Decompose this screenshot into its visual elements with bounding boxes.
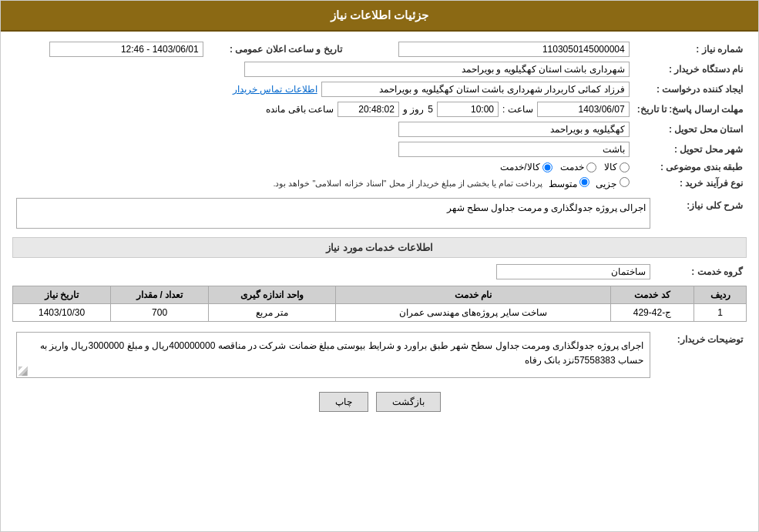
category-kala-radio[interactable] bbox=[620, 162, 630, 172]
need-desc-table: شرح کلی نیاز: اجرالی پروژه جدولگذاری و م… bbox=[12, 196, 747, 231]
cell-service-code: ج-42-429 bbox=[610, 304, 694, 322]
category-khadamat-label[interactable]: خدمت bbox=[560, 162, 596, 172]
city-input[interactable] bbox=[398, 142, 630, 157]
basic-info-table: شماره نیاز : تاریخ و ساعت اعلان عمومی : … bbox=[12, 39, 747, 192]
process-jozvi-text: جزیی bbox=[596, 179, 616, 189]
date-input[interactable] bbox=[49, 42, 203, 57]
province-input[interactable] bbox=[398, 122, 630, 137]
province-label: استان محل تحویل : bbox=[633, 119, 747, 139]
contact-info-link[interactable]: اطلاعات تماس خریدار bbox=[233, 84, 317, 95]
buyer-notes-cell: اجرای پروژه جدولگذاری ومرمت جداول سطح شه… bbox=[12, 330, 654, 380]
back-button[interactable]: بازگشت bbox=[376, 392, 441, 412]
category-group: کالا خدمت کالا/خدمت bbox=[12, 159, 633, 175]
creator-input[interactable] bbox=[321, 82, 630, 97]
category-kala-khadamat-radio[interactable] bbox=[542, 162, 552, 172]
process-motovaset-text: متوسط bbox=[549, 179, 577, 189]
city-value bbox=[12, 139, 633, 159]
province-value bbox=[12, 119, 633, 139]
creator-label: ایجاد کننده درخواست : bbox=[633, 79, 747, 99]
date-label: تاریخ و ساعت اعلان عمومی : bbox=[207, 39, 346, 59]
city-label: شهر محل تحویل : bbox=[633, 139, 747, 159]
need-desc-value: اجرالی پروژه جدولگذاری و مرمت جداول سطح … bbox=[447, 202, 646, 213]
action-buttons: بازگشت چاپ bbox=[12, 392, 747, 412]
cell-quantity: 700 bbox=[111, 304, 209, 322]
col-date: تاریخ نیاز bbox=[13, 286, 111, 304]
process-motovaset-label[interactable]: متوسط bbox=[549, 177, 589, 189]
deadline-remaining-label: ساعت باقی مانده bbox=[266, 104, 334, 115]
deadline-day-label: روز و bbox=[403, 104, 424, 115]
resize-handle[interactable]: ◢ bbox=[18, 366, 28, 376]
need-desc-box: اجرالی پروژه جدولگذاری و مرمت جداول سطح … bbox=[16, 198, 650, 229]
service-group-label: گروه خدمت : bbox=[654, 262, 747, 282]
buyer-notes-label: توضیحات خریدار: bbox=[654, 330, 747, 380]
buyer-notes-box: اجرای پروژه جدولگذاری ومرمت جداول سطح شه… bbox=[16, 332, 650, 378]
page-wrapper: جزئیات اطلاعات نیاز شماره نیاز : تاریخ و… bbox=[0, 0, 759, 532]
category-kala-khadamat-label[interactable]: کالا/خدمت bbox=[500, 162, 552, 172]
deadline-time-input[interactable] bbox=[437, 102, 499, 117]
category-kala-text: کالا bbox=[604, 162, 617, 172]
deadline-label: مهلت ارسال پاسخ: تا تاریخ: bbox=[633, 99, 747, 119]
cell-service-name: ساخت سایر پروژه‌های مهندسی عمران bbox=[335, 304, 610, 322]
deadline-time-label: ساعت : bbox=[502, 104, 533, 115]
process-jozvi-radio[interactable] bbox=[620, 177, 630, 187]
need-desc-cell: اجرالی پروژه جدولگذاری و مرمت جداول سطح … bbox=[12, 196, 654, 231]
deadline-date-input[interactable] bbox=[537, 102, 630, 117]
page-header: جزئیات اطلاعات نیاز bbox=[1, 1, 758, 32]
buyer-notes-value: اجرای پروژه جدولگذاری ومرمت جداول سطح شه… bbox=[40, 340, 643, 366]
col-service-name: نام خدمت bbox=[335, 286, 610, 304]
process-jozvi-label[interactable]: جزیی bbox=[596, 177, 629, 189]
cell-row-num: 1 bbox=[694, 304, 747, 322]
service-group-table: گروه خدمت : bbox=[12, 262, 747, 282]
category-kala-khadamat-text: کالا/خدمت bbox=[500, 162, 539, 172]
need-number-input[interactable] bbox=[398, 42, 630, 57]
process-desc-text: پرداخت تمام یا بخشی از مبلغ خریدار از مح… bbox=[273, 179, 542, 189]
main-content: شماره نیاز : تاریخ و ساعت اعلان عمومی : … bbox=[1, 32, 758, 431]
process-row: جزیی متوسط پرداخت تمام یا بخشی از مبلغ خ… bbox=[12, 175, 633, 192]
service-group-input[interactable] bbox=[496, 264, 650, 279]
service-group-value bbox=[12, 262, 654, 282]
need-number-value bbox=[346, 39, 633, 59]
creator-value: اطلاعات تماس خریدار bbox=[12, 79, 633, 99]
buyer-org-input[interactable] bbox=[244, 62, 630, 77]
services-data-table: ردیف کد خدمت نام خدمت واحد اندازه گیری ت… bbox=[12, 286, 747, 322]
process-label: نوع فرآیند خرید : bbox=[633, 175, 747, 192]
cell-date: 1403/10/30 bbox=[13, 304, 111, 322]
deadline-days-value: 5 bbox=[428, 104, 433, 115]
process-motovaset-radio[interactable] bbox=[579, 177, 589, 187]
col-unit: واحد اندازه گیری bbox=[209, 286, 336, 304]
col-service-code: کد خدمت bbox=[610, 286, 694, 304]
print-button[interactable]: چاپ bbox=[319, 392, 368, 412]
need-number-label: شماره نیاز : bbox=[633, 39, 747, 59]
date-value bbox=[12, 39, 207, 59]
col-row-num: ردیف bbox=[694, 286, 747, 304]
deadline-row: ساعت : 5 روز و ساعت باقی مانده bbox=[12, 99, 633, 119]
category-khadamat-radio[interactable] bbox=[586, 162, 596, 172]
category-kala-label[interactable]: کالا bbox=[604, 162, 630, 172]
table-row: 1ج-42-429ساخت سایر پروژه‌های مهندسی عمرا… bbox=[13, 304, 747, 322]
category-label: طبقه بندی موضوعی : bbox=[633, 159, 747, 175]
col-quantity: تعداد / مقدار bbox=[111, 286, 209, 304]
buyer-org-value bbox=[12, 59, 633, 79]
category-khadamat-text: خدمت bbox=[560, 162, 584, 172]
need-desc-label: شرح کلی نیاز: bbox=[654, 196, 747, 231]
buyer-org-label: نام دستگاه خریدار : bbox=[633, 59, 747, 79]
cell-unit: متر مربع bbox=[209, 304, 336, 322]
page-title: جزئیات اطلاعات نیاز bbox=[331, 8, 428, 22]
buyer-notes-table: توضیحات خریدار: اجرای پروژه جدولگذاری وم… bbox=[12, 330, 747, 380]
services-section-title: اطلاعات خدمات مورد نیاز bbox=[12, 237, 747, 258]
deadline-remaining-input[interactable] bbox=[338, 102, 399, 117]
